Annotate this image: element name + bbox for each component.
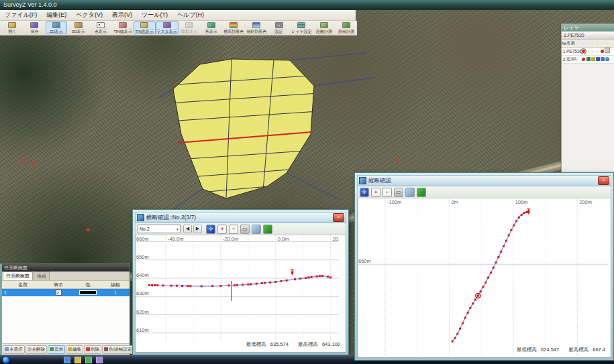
save-button[interactable]: 保存 bbox=[23, 21, 46, 34]
taskbar-app-icon[interactable] bbox=[64, 357, 70, 363]
layer-visible-dot-icon[interactable] bbox=[601, 50, 604, 53]
cross-section-titlebar[interactable]: 横断確認 :No.2(3/7) × bbox=[135, 212, 346, 223]
profile-titlebar[interactable]: 縦断確認 × bbox=[357, 175, 611, 186]
menu-file[interactable]: ファイル(F) bbox=[0, 10, 42, 20]
close-icon[interactable]: × bbox=[598, 176, 609, 185]
taskbar-app-icon[interactable] bbox=[96, 357, 103, 363]
visible-checkbox[interactable]: ✓ bbox=[56, 290, 62, 296]
view-3d-icon bbox=[74, 22, 83, 28]
layer-lock-box-icon[interactable] bbox=[605, 48, 610, 53]
menu-view[interactable]: 表示(V) bbox=[107, 10, 137, 20]
layer-table-header: № 名前 ・ ・ ・ ・ ・ ・ bbox=[562, 40, 614, 48]
copy-image-icon[interactable] bbox=[405, 188, 415, 197]
fit-view-icon[interactable]: ✣ bbox=[206, 225, 215, 234]
view-3d-button[interactable]: 3D表示 bbox=[67, 21, 89, 34]
menu-help[interactable]: ヘルプ(H) bbox=[172, 10, 209, 20]
zoom-in-icon[interactable]: + bbox=[217, 225, 227, 234]
cross-section-chart[interactable]: -40.0m-20.0m0.0m20.0m660m650m640m630m620… bbox=[136, 235, 339, 341]
raster-display-button[interactable]: ラスタ表示 bbox=[156, 21, 178, 34]
layer-panel: レイヤ 1.PE7520 № 名前 ・ ・ ・ ・ ・ ・ 1 PE7520 ・… bbox=[561, 23, 614, 176]
edit-pencil-icon bbox=[68, 347, 72, 351]
tin-line-button[interactable]: TIN線表示 bbox=[111, 21, 134, 34]
line-icon[interactable] bbox=[601, 57, 605, 61]
export-icon[interactable] bbox=[263, 225, 272, 234]
profile-chart[interactable]: -100m0m100m200m650m bbox=[358, 198, 608, 358]
tab-section-list[interactable]: 任意断面図 bbox=[3, 271, 33, 280]
col-name: 名前 bbox=[2, 281, 44, 288]
pencil-green-icon[interactable] bbox=[586, 57, 591, 61]
export-icon[interactable] bbox=[417, 188, 426, 197]
point-display-button[interactable]: 点表示 bbox=[89, 21, 111, 34]
redraw-button[interactable]: 再表示 bbox=[201, 21, 223, 34]
menu-edit[interactable]: 編集(E) bbox=[42, 10, 71, 20]
polyline-icon[interactable] bbox=[596, 57, 600, 61]
settings-button[interactable]: 設定 bbox=[268, 21, 290, 34]
layer-row[interactable]: 1 PE7520 ・ ・ ・ bbox=[562, 48, 614, 56]
taskbar-folder-icon[interactable] bbox=[74, 357, 81, 363]
color-by-elevation-button[interactable]: 標高別着色 bbox=[222, 21, 245, 34]
color-swatch[interactable] bbox=[79, 290, 97, 295]
color-linewidth-button[interactable]: 色/線幅設定 bbox=[102, 345, 134, 354]
profile-window: 縦断確認 × ✣ + − ▭ -100m0m100m200m650m 最低標高 … bbox=[354, 172, 614, 361]
open-button[interactable]: 開く bbox=[1, 21, 23, 34]
cross-section-toolbar: No.2 ▾ ◀ ▶ ✣ + − ▭ bbox=[135, 223, 346, 235]
deselect-all-button[interactable]: 全解除 bbox=[25, 345, 48, 354]
color-by-slope-button[interactable]: 傾斜別着色 bbox=[245, 21, 268, 34]
profile-toolbar: ✣ + − ▭ bbox=[357, 186, 611, 198]
svg-text:0.0m: 0.0m bbox=[278, 236, 289, 242]
tab-points[interactable]: 地点 bbox=[34, 271, 50, 280]
zoom-out-icon[interactable]: − bbox=[382, 188, 392, 197]
svg-text:610m: 610m bbox=[136, 327, 149, 333]
add-button[interactable]: 追加 bbox=[48, 345, 65, 354]
cloud-icon[interactable] bbox=[605, 57, 609, 61]
distance-measure-button[interactable]: 距離計測 bbox=[313, 21, 335, 34]
layer-row[interactable]: 2 追加L bbox=[562, 56, 614, 64]
section-row-selected[interactable]: 1 ✓ 1 bbox=[2, 289, 130, 296]
svg-text:650m: 650m bbox=[136, 254, 149, 260]
min-elevation-label: 最低標高 bbox=[517, 347, 537, 353]
menu-bar: ファイル(F) 編集(E) ベクタ(V) 表示(V) ツール(T) ヘルプ(H) bbox=[0, 10, 356, 21]
svg-text:650m: 650m bbox=[358, 258, 371, 264]
section-table-header: 名前 表示 色 線幅 bbox=[2, 281, 130, 289]
copy-image-icon[interactable] bbox=[252, 225, 261, 234]
view-2d-icon bbox=[52, 22, 60, 28]
zoom-in-icon[interactable]: + bbox=[371, 188, 380, 197]
aspect-ratio-icon[interactable]: ▭ bbox=[394, 188, 403, 197]
aspect-ratio-icon[interactable]: ▭ bbox=[240, 225, 250, 234]
shading-button[interactable]: 陰影表示 bbox=[178, 21, 201, 34]
cross-section-window: 横断確認 :No.2(3/7) × No.2 ▾ ◀ ▶ ✣ + − ▭ -40… bbox=[132, 209, 349, 355]
delete-button[interactable]: 削除 bbox=[84, 345, 101, 354]
layer-settings-button[interactable]: レイヤ設定 bbox=[290, 21, 313, 34]
layer-color-dot-icon[interactable] bbox=[582, 58, 585, 61]
view-2d-button[interactable]: 2D表示 bbox=[46, 21, 68, 34]
svg-text:640m: 640m bbox=[136, 272, 149, 278]
section-selector[interactable]: No.2 ▾ bbox=[138, 225, 181, 233]
zoom-out-icon[interactable]: − bbox=[229, 225, 238, 234]
select-all-button[interactable]: 全選択 bbox=[3, 345, 25, 354]
tin-face-button[interactable]: TIN面表示 bbox=[134, 21, 156, 34]
edit-button[interactable]: 編集 bbox=[66, 345, 83, 354]
fit-view-icon[interactable]: ✣ bbox=[360, 188, 369, 197]
point-display-icon bbox=[97, 22, 105, 28]
application-window: SurveyZ Ver 1.4.0.0 ファイル(F) 編集(E) ベクタ(V)… bbox=[0, 0, 614, 364]
distance-ruler-icon bbox=[320, 22, 328, 28]
section-panel-title: 任意断面図 bbox=[2, 264, 130, 271]
close-icon[interactable]: × bbox=[333, 213, 344, 222]
window-icon bbox=[359, 177, 366, 184]
prev-section-button[interactable]: ◀ bbox=[183, 225, 192, 233]
section-list-panel: 任意断面図 任意断面図 地点 名前 表示 色 線幅 1 ✓ 1 全選択 全解除 … bbox=[0, 263, 130, 355]
menu-vector[interactable]: ベクタ(V) bbox=[71, 10, 107, 20]
layer-color-dot-icon[interactable] bbox=[582, 50, 585, 53]
layers-icon bbox=[297, 22, 305, 28]
taskbar-app-icon[interactable] bbox=[85, 357, 92, 363]
elevation-color-icon bbox=[229, 22, 238, 28]
next-section-button[interactable]: ▶ bbox=[193, 225, 202, 233]
profile-stats: 最低標高 624.547 最高標高 667.4 bbox=[517, 347, 605, 353]
start-button[interactable] bbox=[2, 356, 10, 364]
redraw-icon bbox=[207, 22, 215, 28]
menu-tools[interactable]: ツール(T) bbox=[137, 10, 172, 20]
svg-text:620m: 620m bbox=[136, 309, 149, 315]
area-measure-button[interactable]: 面積計測 bbox=[335, 21, 357, 34]
pencil-yellow-icon[interactable] bbox=[591, 57, 595, 61]
layer-group-header[interactable]: 1.PE7520 bbox=[562, 32, 614, 40]
